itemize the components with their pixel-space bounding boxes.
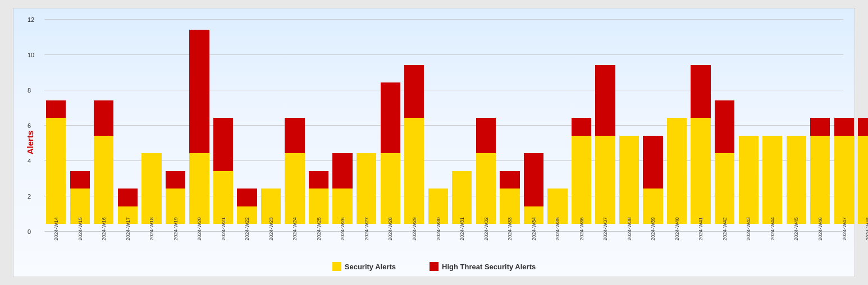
bar-group: 2024-W42 — [713, 20, 737, 232]
bar-stack — [858, 118, 868, 224]
x-axis-label: 2024-W26 — [340, 217, 345, 241]
bar-red — [381, 82, 400, 153]
x-axis-label: 2024-W36 — [578, 217, 584, 241]
bar-group: 2024-W36 — [570, 20, 593, 232]
bar-group: 2024-W34 — [522, 20, 546, 232]
bar-stack — [739, 136, 759, 224]
x-axis-label: 2024-W31 — [459, 217, 465, 241]
x-axis-label: 2024-W37 — [602, 217, 608, 241]
bar-group: 2024-W40 — [665, 20, 689, 232]
bar-group: 2024-W30 — [427, 20, 450, 232]
x-axis-label: 2024-W15 — [77, 217, 83, 241]
bar-group: 2024-W16 — [92, 20, 116, 232]
bars-area: 2024-W142024-W152024-W162024-W172024-W18… — [44, 20, 843, 232]
x-axis-label: 2024-W46 — [817, 217, 823, 241]
bar-group: 2024-W41 — [689, 20, 712, 232]
bar-stack — [524, 153, 543, 224]
x-axis-label: 2024-W34 — [531, 217, 536, 241]
x-axis-label: 2024-W27 — [364, 217, 369, 241]
x-axis-label: 2024-W32 — [483, 217, 488, 241]
bar-yellow — [762, 136, 782, 224]
bar-yellow — [189, 153, 209, 224]
chart-container: Alerts 0246810122024-W142024-W152024-W16… — [13, 8, 855, 277]
bar-group: 2024-W44 — [761, 20, 784, 232]
bar-stack — [500, 171, 519, 224]
x-axis-label: 2024-W40 — [674, 217, 680, 241]
bar-red — [500, 171, 519, 189]
x-axis-label: 2024-W33 — [507, 217, 513, 241]
bar-group: 2024-W45 — [784, 20, 808, 232]
x-axis-label: 2024-W48 — [865, 217, 868, 241]
bar-group: 2024-W14 — [44, 20, 68, 232]
bar-red — [213, 118, 233, 171]
bar-group: 2024-W43 — [737, 20, 760, 232]
bar-group: 2024-W23 — [259, 20, 283, 232]
bar-red — [572, 118, 591, 136]
bar-group: 2024-W19 — [164, 20, 188, 232]
bar-stack — [619, 136, 639, 224]
bar-group: 2024-W48 — [856, 20, 868, 232]
bar-red — [595, 65, 615, 136]
x-axis-label: 2024-W30 — [435, 217, 441, 241]
x-axis-label: 2024-W19 — [172, 217, 178, 241]
y-tick-label: 8 — [28, 87, 31, 94]
bar-stack — [141, 153, 161, 224]
bar-red — [810, 118, 830, 136]
bar-stack — [595, 65, 615, 224]
bar-group: 2024-W35 — [546, 20, 569, 232]
bar-group: 2024-W27 — [355, 20, 378, 232]
bar-yellow — [739, 136, 759, 224]
bar-yellow — [381, 153, 400, 224]
x-axis-label: 2024-W14 — [53, 217, 59, 241]
x-axis-label: 2024-W17 — [125, 217, 130, 241]
bar-red — [189, 30, 209, 154]
y-tick-label: 0 — [28, 228, 31, 235]
bar-stack — [166, 171, 185, 224]
bar-yellow — [787, 136, 806, 224]
bar-yellow — [572, 136, 591, 224]
bar-red — [332, 153, 352, 189]
bar-group: 2024-W15 — [68, 20, 92, 232]
bar-yellow — [452, 171, 472, 224]
bar-yellow — [858, 136, 868, 224]
bar-red — [285, 118, 304, 153]
x-axis-label: 2024-W44 — [770, 217, 775, 241]
bar-group: 2024-W18 — [140, 20, 163, 232]
bar-stack — [332, 153, 352, 224]
bar-stack — [667, 118, 687, 224]
bar-group: 2024-W46 — [808, 20, 832, 232]
x-axis-label: 2024-W21 — [220, 217, 226, 241]
bar-stack — [476, 118, 496, 224]
x-axis-label: 2024-W45 — [793, 217, 799, 241]
x-axis-label: 2024-W42 — [722, 217, 728, 241]
bar-group: 2024-W17 — [116, 20, 140, 232]
bar-stack — [285, 118, 304, 224]
bar-yellow — [810, 136, 830, 224]
x-axis-label: 2024-W43 — [746, 217, 751, 241]
bar-red — [309, 171, 328, 189]
bar-yellow — [476, 153, 496, 224]
bar-group: 2024-W38 — [618, 20, 641, 232]
bar-group: 2024-W31 — [450, 20, 474, 232]
bar-red — [166, 171, 185, 189]
bar-stack — [213, 118, 233, 224]
bar-red — [715, 100, 734, 154]
bar-red — [858, 118, 868, 136]
bar-group: 2024-W37 — [593, 20, 617, 232]
bar-group: 2024-W26 — [331, 20, 354, 232]
bar-group: 2024-W22 — [235, 20, 259, 232]
x-axis-label: 2024-W38 — [627, 217, 632, 241]
x-axis-label: 2024-W22 — [244, 217, 250, 241]
bar-red — [524, 153, 543, 206]
bar-stack — [452, 171, 472, 224]
bar-stack — [381, 82, 400, 224]
legend-high-threat: High Threat Security Alerts — [430, 262, 536, 271]
legend-security-alerts-box — [332, 262, 341, 271]
bar-yellow — [715, 153, 734, 224]
bar-group: 2024-W47 — [833, 20, 856, 232]
x-axis-label: 2024-W23 — [268, 217, 274, 241]
x-axis-label: 2024-W18 — [149, 217, 154, 241]
x-axis-label: 2024-W29 — [412, 217, 417, 241]
bar-red — [237, 189, 257, 206]
bar-group: 2024-W24 — [283, 20, 307, 232]
